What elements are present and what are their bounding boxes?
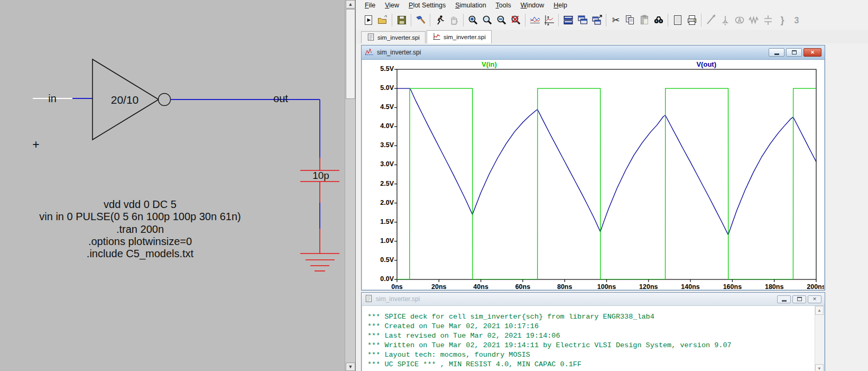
zoom-out-icon[interactable]: [494, 13, 509, 28]
menu-bar: FileViewPlot SettingsSimulationToolsWind…: [356, 0, 868, 11]
netlist-line: *** Last revised on Tue Mar 02, 2021 19:…: [367, 331, 824, 341]
menu-file[interactable]: File: [360, 0, 380, 11]
save-icon[interactable]: [394, 13, 409, 28]
netlist-line: *** Created on Tue Mar 02, 2021 10:17:16: [367, 322, 824, 331]
y-tick-label: 0.0V: [370, 275, 394, 283]
spice-line: .include C5_models.txt: [87, 248, 194, 260]
netlist-line: *** UC SPICE *** , MIN RESIST 4.0, MIN C…: [367, 360, 824, 369]
toolbar-separator: [463, 14, 464, 26]
menu-simulation[interactable]: Simulation: [450, 0, 491, 11]
y-tick-label: 3.5V: [370, 141, 394, 149]
svg-text:A: A: [737, 17, 741, 23]
y-tick-label: 1.5V: [370, 218, 394, 225]
legend-vin[interactable]: V(in): [482, 60, 497, 68]
netlist-window-titlebar[interactable]: sim_inverter.spi ✕: [362, 293, 825, 306]
zoom-fit-icon[interactable]: [480, 13, 494, 28]
netlist-line: *** Written on Tue Mar 02, 2021 19:14:11…: [367, 341, 824, 350]
tab-bar: sim_inverter.spi sim_inverter.spi: [356, 30, 868, 44]
tile-horizontal-icon[interactable]: [561, 13, 575, 28]
x-tick-label: 80ns: [549, 283, 580, 289]
net-label-icon: A: [732, 13, 746, 28]
toolbar-separator: [430, 14, 430, 26]
netlist-vertical-scrollbar[interactable]: ▲ ▼: [815, 306, 824, 371]
waveform-window: sim_inverter.spi ✕ V(in)V(out) 5.5V5.0V4…: [361, 45, 825, 291]
y-tick-label: 5.5V: [370, 65, 394, 73]
tab-waveform[interactable]: sim_inverter.spi: [427, 30, 492, 43]
y-tick-label: 0.5V: [370, 256, 394, 264]
netlist-window: sim_inverter.spi ✕ *** SPICE deck for ce…: [361, 292, 825, 371]
minimize-button[interactable]: [769, 48, 784, 57]
toolbar-separator: [525, 14, 525, 26]
waveform-plot-area[interactable]: V(in)V(out) 5.5V5.0V4.5V4.0V3.5V3.0V2.5V…: [362, 60, 824, 289]
maximize-button[interactable]: [786, 48, 802, 57]
cascade-windows-icon[interactable]: [575, 13, 589, 28]
new-schematic-icon[interactable]: [361, 13, 375, 28]
print-icon[interactable]: [685, 13, 699, 28]
scroll-up-arrow[interactable]: ▲: [346, 0, 355, 8]
scroll-down-arrow[interactable]: ▼: [346, 363, 355, 371]
x-tick-label: 120ns: [633, 283, 664, 289]
tab-label: sim_inverter.spi: [444, 34, 486, 40]
menu-window[interactable]: Window: [516, 0, 549, 11]
toolbar-separator: [701, 14, 701, 26]
netlist-lines: *** SPICE deck for cell sim_inverter{sch…: [362, 306, 824, 369]
netlist-line: *** Layout tech: mocmos, foundry MOSIS: [367, 350, 824, 360]
gate-ratio-label: 20/10: [111, 94, 139, 106]
scrollbar-thumb[interactable]: [346, 9, 355, 99]
menu-plot-settings[interactable]: Plot Settings: [404, 0, 450, 11]
arrange-windows-icon[interactable]: [589, 13, 604, 28]
zoom-pan-icon[interactable]: [542, 13, 556, 28]
spice-line: .tran 200n: [116, 223, 164, 235]
schematic-canvas[interactable]: in 20/10 out 10p + vdd vdd 0 DC 5vin in …: [0, 0, 345, 371]
close-button[interactable]: ✕: [808, 295, 821, 303]
x-tick-label: 60ns: [507, 283, 539, 289]
control-panel-icon[interactable]: [413, 13, 428, 28]
find-icon[interactable]: [651, 13, 666, 28]
netlist-text-area[interactable]: *** SPICE deck for cell sim_inverter{sch…: [362, 306, 824, 371]
schematic-vertical-scrollbar[interactable]: ▲ ▼: [345, 0, 356, 371]
zoom-in-icon[interactable]: [466, 13, 480, 28]
toolbar-separator: [392, 14, 392, 26]
y-tick-label: 2.5V: [370, 180, 394, 187]
plot-settings-icon[interactable]: [528, 13, 542, 28]
toolbar-separator: [558, 14, 559, 26]
open-icon[interactable]: [375, 13, 390, 28]
close-button[interactable]: ✕: [804, 48, 821, 57]
cut-icon[interactable]: ✂: [608, 13, 623, 28]
svg-text:}: }: [780, 15, 784, 25]
run-icon[interactable]: [432, 13, 447, 28]
maximize-button[interactable]: [792, 295, 806, 303]
svg-text:3: 3: [794, 16, 799, 25]
x-tick-label: 140ns: [675, 283, 706, 289]
menu-view[interactable]: View: [380, 0, 404, 11]
halt-icon: [447, 13, 461, 28]
scroll-up-arrow[interactable]: ▲: [815, 306, 824, 315]
minimize-button[interactable]: [777, 295, 791, 303]
y-tick-label: 3.0V: [370, 160, 394, 168]
wire-icon: [704, 13, 718, 28]
x-tick-label: 0ns: [381, 283, 413, 289]
input-net-label: in: [48, 93, 57, 104]
window-title: sim_inverter.spi: [376, 295, 774, 303]
scroll-down-arrow[interactable]: ▼: [815, 364, 824, 371]
print-preview-icon[interactable]: [670, 13, 685, 28]
copy-icon[interactable]: [623, 13, 637, 28]
capacitor-value-label: 10p: [312, 170, 329, 181]
zoom-extents-icon[interactable]: [509, 13, 523, 28]
waveform-window-titlebar[interactable]: sim_inverter.spi ✕: [362, 46, 825, 60]
menu-help[interactable]: Help: [549, 0, 572, 11]
desktop: { "schematic": { "labels": { "input": "i…: [0, 0, 868, 371]
y-tick-label: 4.5V: [370, 103, 394, 111]
x-tick-label: 40ns: [465, 283, 497, 289]
tab-netlist[interactable]: sim_inverter.spi: [361, 31, 426, 43]
menu-tools[interactable]: Tools: [491, 0, 516, 11]
paste-icon: [637, 13, 651, 28]
capacitor-icon: [761, 13, 775, 28]
resistor-icon: [746, 13, 761, 28]
svg-text:✂: ✂: [612, 15, 620, 25]
mdi-area: sim_inverter.spi ✕ V(in)V(out) 5.5V5.0V4…: [356, 43, 868, 371]
component-icon: 3: [789, 13, 804, 28]
source-plus-label: +: [32, 138, 39, 151]
waveform-icon: [432, 32, 441, 42]
legend-vout[interactable]: V(out): [696, 60, 716, 68]
